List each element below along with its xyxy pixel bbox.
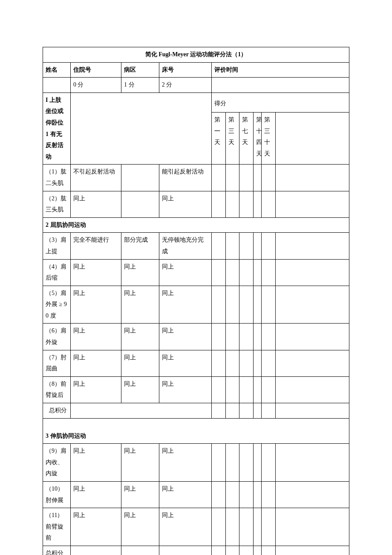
score-cell[interactable] (225, 165, 239, 191)
section-i-and-1: I 上肢 坐位或仰卧位 1 有无反射活动 (43, 92, 71, 165)
score-cell[interactable] (212, 191, 225, 217)
score-cell[interactable] (225, 324, 239, 350)
score-cell[interactable] (225, 482, 239, 508)
cell-empty (212, 92, 349, 96)
score-cell[interactable] (239, 546, 253, 555)
score-cell[interactable] (225, 376, 239, 403)
score-cell[interactable] (225, 444, 239, 482)
score-cell[interactable] (212, 286, 225, 324)
score-cell[interactable] (253, 286, 261, 324)
score-cell[interactable] (253, 546, 261, 555)
row-label: （9）肩内收、内旋 (43, 444, 71, 482)
score-cell[interactable] (253, 165, 261, 191)
score-cell[interactable] (212, 233, 225, 259)
score-cell[interactable] (239, 350, 253, 376)
score-cell[interactable] (262, 376, 275, 403)
row-label: （4）肩后缩 (43, 259, 71, 286)
score-cell[interactable] (275, 233, 349, 259)
score-cell[interactable] (275, 444, 349, 482)
row-label: （7）肘屈曲 (43, 350, 71, 376)
row-label: （6）肩外旋 (43, 324, 71, 350)
row-c: 同上 (159, 259, 211, 286)
score-cell[interactable] (239, 403, 253, 419)
score-cell[interactable] (225, 403, 239, 419)
score-cell[interactable] (253, 191, 261, 217)
score-cell[interactable] (212, 324, 225, 350)
day-3: 第三天 (225, 112, 239, 164)
score-cell[interactable] (275, 482, 349, 508)
row-b (121, 191, 159, 217)
score-cell[interactable] (212, 259, 225, 286)
score-cell[interactable] (239, 165, 253, 191)
score-cell[interactable] (262, 191, 275, 217)
score-label: 得分 (212, 96, 349, 112)
cell-empty (212, 78, 349, 93)
score-cell[interactable] (239, 444, 253, 482)
cell-empty (121, 546, 159, 555)
score-cell[interactable] (253, 233, 261, 259)
score-cell[interactable] (239, 482, 253, 508)
score-cell[interactable] (262, 444, 275, 482)
score-cell[interactable] (212, 482, 225, 508)
score-cell[interactable] (239, 324, 253, 350)
score-cell[interactable] (212, 350, 225, 376)
score-cell[interactable] (212, 403, 225, 419)
score-cell[interactable] (239, 259, 253, 286)
score-cell[interactable] (239, 508, 253, 546)
score-cell[interactable] (253, 324, 261, 350)
score-cell[interactable] (275, 508, 349, 546)
score-cell[interactable] (253, 508, 261, 546)
score-cell[interactable] (253, 482, 261, 508)
score-cell[interactable] (275, 403, 349, 419)
score-cell[interactable] (262, 165, 275, 191)
score-cell[interactable] (253, 259, 261, 286)
row-c: 同上 (159, 286, 211, 324)
score-cell[interactable] (262, 286, 275, 324)
score-cell[interactable] (262, 403, 275, 419)
score-cell[interactable] (275, 191, 349, 217)
score-cell[interactable] (225, 259, 239, 286)
score-cell[interactable] (239, 286, 253, 324)
score-cell[interactable] (212, 376, 225, 403)
score-cell[interactable] (275, 259, 349, 286)
score-cell[interactable] (225, 350, 239, 376)
score-cell[interactable] (253, 376, 261, 403)
score-cell[interactable] (262, 259, 275, 286)
row-label: （11）前臂旋前 (43, 508, 71, 546)
score-cell[interactable] (262, 324, 275, 350)
score-cell[interactable] (225, 191, 239, 217)
score-cell[interactable] (239, 376, 253, 403)
score-cell[interactable] (275, 350, 349, 376)
score-cell[interactable] (253, 350, 261, 376)
row-b: 同上 (121, 286, 159, 324)
score-cell[interactable] (225, 233, 239, 259)
score-cell[interactable] (212, 508, 225, 546)
score-cell[interactable] (275, 546, 349, 555)
total-label: 总积分 (43, 546, 71, 555)
score-cell[interactable] (275, 165, 349, 191)
score-cell[interactable] (253, 403, 261, 419)
row-c: 无停顿地充分完成 (159, 233, 211, 259)
score-cell[interactable] (262, 350, 275, 376)
score-cell[interactable] (225, 286, 239, 324)
score-cell[interactable] (275, 286, 349, 324)
score-cell[interactable] (239, 233, 253, 259)
score-cell[interactable] (225, 508, 239, 546)
row-c: 同上 (159, 444, 211, 482)
row-a: 同上 (70, 350, 121, 376)
score-cell[interactable] (225, 546, 239, 555)
col-0: 0 分 (70, 78, 121, 93)
score-cell[interactable] (253, 444, 261, 482)
score-cell[interactable] (262, 482, 275, 508)
section-i-text: I 上肢 坐位或仰卧位 (46, 97, 63, 126)
score-cell[interactable] (275, 324, 349, 350)
score-cell[interactable] (262, 508, 275, 546)
score-cell[interactable] (212, 165, 225, 191)
row-a: 完全不能进行 (70, 233, 121, 259)
score-cell[interactable] (262, 546, 275, 555)
score-cell[interactable] (239, 191, 253, 217)
score-cell[interactable] (275, 376, 349, 403)
score-cell[interactable] (212, 546, 225, 555)
score-cell[interactable] (212, 444, 225, 482)
score-cell[interactable] (262, 233, 275, 259)
